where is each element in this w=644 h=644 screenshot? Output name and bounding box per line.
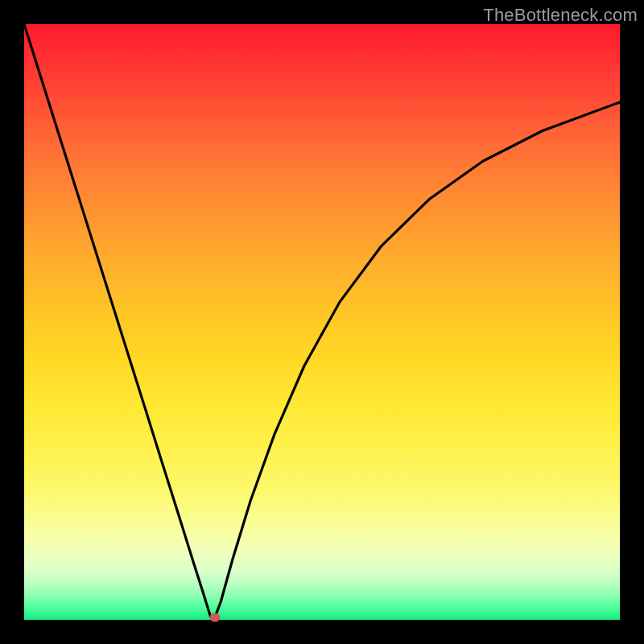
bottleneck-curve — [24, 24, 620, 620]
optimal-point-marker — [209, 613, 220, 622]
plot-area — [24, 24, 620, 620]
curve-path — [24, 24, 620, 617]
watermark-label: TheBottleneck.com — [483, 5, 638, 26]
chart-frame: TheBottleneck.com — [0, 0, 644, 644]
